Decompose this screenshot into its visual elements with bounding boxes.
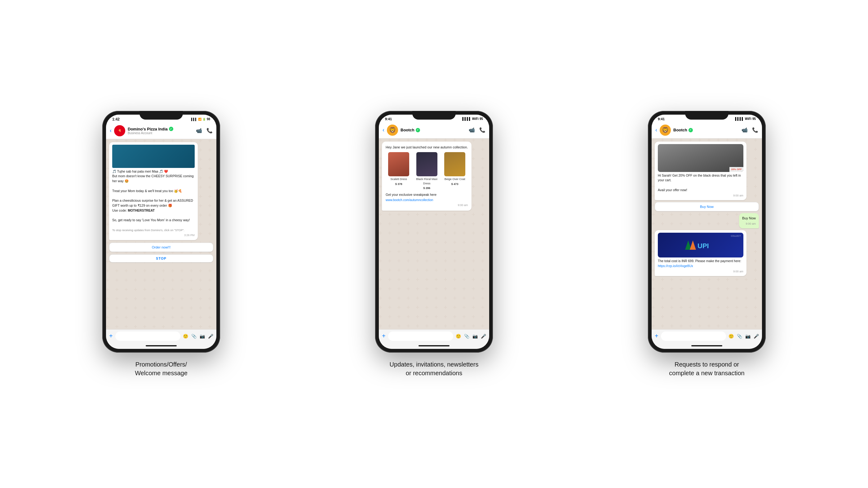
bootch-transaction-call-icon[interactable]: 📞 [752,127,758,133]
bootch-updates-avatar: 🦁 [387,125,398,136]
phone-section-dominos: 1:42 ▌▌▌ 📶 🔋 98 ‹ 🍕 [40,111,282,378]
bootch-transaction-avatar: 🦁 [660,125,671,136]
dominos-sticker-icon[interactable]: 🙂 [183,334,188,339]
upi-time: 9:00 am [658,269,743,274]
dominos-camera-icon[interactable]: 📷 [199,334,205,339]
product-name-3: Beige Over Coat [444,177,465,182]
product-name-2: Black Floral Maxi Dress [413,177,440,186]
bootch-updates-input-field[interactable] [388,331,453,341]
bootch-transaction-camera-icon[interactable]: 📷 [745,334,750,339]
bootch-product-cards: Scalett Dress $ 378 Black Floral Maxi Dr… [385,152,468,191]
bootch-updates-header-actions: 📹 📞 [469,127,486,133]
bootch-transaction-sticker-icon[interactable]: 🙂 [728,334,734,339]
notch-dominos [140,111,183,120]
dominos-avatar: 🍕 [114,125,125,136]
bootch-transaction-msg-1: 20% OFF Hi Sarah! Get 20% OFF on the bla… [655,141,746,200]
dominos-header: ‹ 🍕 Domino's Pizza India ✓ Business Acco… [106,123,216,139]
dominos-chat-body: 🎵 Tujhe sab hai pata meri Maa 🎵 ❤️ But m… [106,139,216,329]
bootch-updates-plus-icon[interactable]: + [382,332,385,339]
bootch-updates-caption: Updates, invitations, newsletters or rec… [390,360,478,378]
dress-offer-time: 9:00 am [658,194,743,198]
phone-frame-bootch-transaction: 9:41 ▌▌▌▌ WiFi 95 ‹ 🦁 Bootch ✓ [648,111,766,353]
bootch-transaction-name: Bootch ✓ [673,128,739,132]
notch-bootch-transaction [685,111,728,120]
dominos-header-info: Domino's Pizza India ✓ Business Account [128,127,193,135]
dominos-call-icon[interactable]: 📞 [207,128,213,134]
product-card-3: Beige Over Coat $ 473 [442,152,468,191]
bootch-updates-attach-icon[interactable]: 📎 [464,334,469,339]
svg-text:UPI: UPI [698,242,709,250]
dominos-input-bar: + 🙂 📎 📷 🎤 [106,329,216,343]
bootch-updates-input-icons: 🙂 📎 📷 🎤 [456,334,486,339]
bootch-transaction-input-icons: 🙂 📎 📷 🎤 [728,334,759,339]
dominos-plus-icon[interactable]: + [109,332,113,339]
bootch-transaction-input-bar: + 🙂 📎 📷 🎤 [652,329,762,343]
dominos-stop-button[interactable]: STOP [109,254,213,262]
bootch-updates-video-icon[interactable]: 📹 [469,127,475,133]
dominos-msg-1: 🎵 Tujhe sab hai pata meri Maa 🎵 ❤️ But m… [109,142,198,240]
dominos-attach-icon[interactable]: 📎 [191,334,196,339]
bootch-transaction-attach-icon[interactable]: 📎 [737,334,742,339]
bootch-updates-name: Bootch ✓ [401,128,466,132]
sent-buy-now-text: Buy Now [742,216,756,220]
bootch-transaction-mic-icon[interactable]: 🎤 [754,334,759,339]
phone-section-bootch-updates: 9:41 ▌▌▌▌ WiFi 95 ‹ 🦁 Bootch ✓ [313,111,555,378]
time-bootch-updates: 9:41 [385,117,392,121]
bootch-transaction-upi: COLLECT UPI The total cost is INR 699. P… [655,230,746,276]
bootch-updates-camera-icon[interactable]: 📷 [472,334,478,339]
upi-logo-svg: UPI [682,239,719,251]
dominos-home-bar [106,343,216,349]
back-arrow-dominos[interactable]: ‹ [110,127,112,134]
bootch-transaction-video-icon[interactable]: 📹 [742,127,748,133]
bootch-link[interactable]: www.bootch.com/autumncollection [385,198,468,202]
bootch-updates-verified: ✓ [416,128,420,132]
dominos-name: Domino's Pizza India ✓ [128,127,193,131]
back-arrow-bootch-updates[interactable]: ‹ [382,127,384,133]
back-arrow-bootch-transaction[interactable]: ‹ [655,127,657,133]
bootch-updates-msg-1: Hey Jane we just launched our new autumn… [382,141,471,211]
bootch-transaction-verified: ✓ [688,128,693,132]
time-dominos: 1:42 [112,117,120,122]
bootch-updates-mic-icon[interactable]: 🎤 [481,334,486,339]
upi-image: COLLECT UPI [658,233,743,258]
page-container: 1:42 ▌▌▌ 📶 🔋 98 ‹ 🍕 [0,92,868,396]
dominos-input-field[interactable] [115,331,180,341]
upi-payment-text: The total cost is INR 699. Please make t… [658,259,743,269]
bootch-msg-time: 9:00 am [385,203,468,207]
product-card-1: Scalett Dress $ 378 [385,152,412,191]
product-name-1: Scalett Dress [390,177,407,182]
discount-badge: 20% OFF [730,167,743,172]
dominos-video-icon[interactable]: 📹 [196,128,202,134]
dominos-msg-text: 🎵 Tujhe sab hai pata meri Maa 🎵 ❤️ But m… [112,169,195,233]
bootch-transaction-chat-body: 20% OFF Hi Sarah! Get 20% OFF on the bla… [652,138,762,329]
notch-bootch-updates [412,111,456,120]
product-price-3: $ 473 [452,182,459,187]
product-price-1: $ 378 [395,182,402,187]
bootch-updates-header-info: Bootch ✓ [401,128,466,132]
bootch-transaction-plus-icon[interactable]: + [655,332,658,339]
bootch-transaction-input-field[interactable] [661,331,726,341]
bootch-updates-home-bar [379,343,489,349]
dominos-mic-icon[interactable]: 🎤 [208,334,213,339]
bootch-transaction-header: ‹ 🦁 Bootch ✓ 📹 📞 [652,122,762,138]
bootch-transaction-header-info: Bootch ✓ [673,128,739,132]
bootch-updates-call-icon[interactable]: 📞 [479,127,486,133]
bootch-sneak-text: Get your exclusive sneakpeak here [385,192,468,197]
phone-inner-bootch-updates: 9:41 ▌▌▌▌ WiFi 95 ‹ 🦁 Bootch ✓ [379,115,489,349]
bootch-updates-chat-body: Hey Jane we just launched our new autumn… [379,138,489,329]
bootch-transaction-sent: Buy Now 9:00 am [739,213,759,228]
phone-section-bootch-transaction: 9:41 ▌▌▌▌ WiFi 95 ‹ 🦁 Bootch ✓ [586,111,828,378]
dominos-order-button[interactable]: Order now!!! [109,242,213,252]
bootch-intro-text: Hey Jane we just launched our new autumn… [385,145,468,150]
product-img-3 [444,152,465,176]
sent-time: 9:00 am [742,222,756,226]
dress-image: 20% OFF [658,144,743,172]
bootch-updates-sticker-icon[interactable]: 🙂 [456,334,461,339]
product-img-2 [416,152,437,176]
dominos-msg-time: 3:26 PM [112,233,195,238]
phone-inner-dominos: 1:42 ▌▌▌ 📶 🔋 98 ‹ 🍕 [106,115,216,349]
dominos-caption: Promotions/Offers/ Welcome message [135,360,188,378]
buy-now-action-button[interactable]: Buy Now [655,202,759,211]
dominos-hero-image [112,145,195,168]
upi-link[interactable]: https://rzp.io/i/cHxge8Ux [658,264,693,268]
